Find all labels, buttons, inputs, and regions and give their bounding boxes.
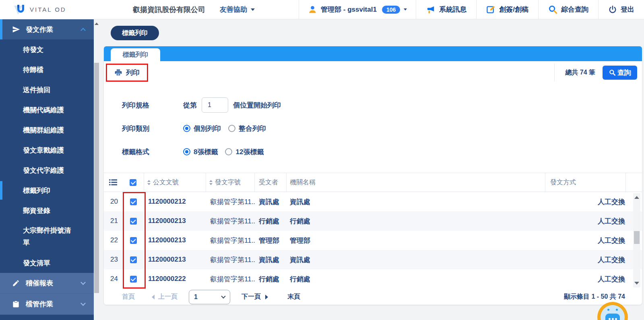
global-search-button[interactable]: 綜合查詢 [538, 0, 598, 19]
sidebar-section-dispatch[interactable]: 發文作業 [0, 19, 94, 39]
table-row: 22 1120000213 叡揚管字第11... 管理部 管理部 人工交換 [104, 231, 642, 250]
sidebar-item-code-word[interactable]: 發文代字維護 [0, 160, 94, 180]
sidebar-item-org-code[interactable]: 機關代碼維護 [0, 100, 94, 120]
chevron-up-icon [80, 28, 86, 33]
print-settings-form: 列印規格 從第 個位置開始列印 列印類別 個別列印 整合列印 [104, 84, 642, 173]
sidebar-item-org-group[interactable]: 機關群組維護 [0, 120, 94, 140]
print-button[interactable]: 列印 [106, 64, 148, 82]
page-number-select[interactable]: 1 [189, 290, 230, 304]
row-checkbox[interactable] [130, 198, 137, 205]
query-button[interactable]: 查詢 [603, 66, 637, 80]
radio-8-labels[interactable]: 8張標籤 [183, 147, 218, 157]
prev-page-button[interactable]: 上一頁 [158, 293, 178, 301]
tab-band: 標籤列印 [104, 46, 642, 61]
logout-button[interactable]: 登出 [598, 0, 644, 19]
row-checkbox[interactable] [130, 256, 137, 263]
row-checkbox[interactable] [130, 276, 137, 283]
sort-icon [147, 180, 151, 185]
sidebar-item-pending-dispatch[interactable]: 待發文 [0, 39, 94, 60]
sidebar-scrollbar[interactable] [94, 19, 99, 320]
table-header: 公文文號 發文字號 受文者 機關名稱 發文方式 [104, 173, 642, 192]
radio-icon [183, 148, 190, 155]
user-icon [308, 5, 317, 14]
prev-arrow-icon [152, 295, 155, 299]
sidebar-item-postage[interactable]: 郵資登錄 [0, 200, 94, 221]
documents-table: 公文文號 發文字號 受文者 機關名稱 發文方式 [104, 173, 642, 289]
column-header-org-name: 機關名稱 [287, 173, 545, 192]
table-row: 24 1120000222 叡揚管字第11... 行銷處 行銷處 人工交換 [104, 269, 642, 289]
total-count: 總共 74 筆 [565, 68, 595, 77]
radio-combined-print[interactable]: 整合列印 [228, 124, 266, 133]
sidebar-item-stamp[interactable]: 發文章戳維護 [0, 140, 94, 160]
tab-label-print[interactable]: 標籤列印 [111, 48, 160, 61]
radio-icon [183, 125, 190, 132]
megaphone-icon [426, 5, 436, 14]
sort-icon [209, 180, 213, 185]
scroll-down-arrow[interactable] [634, 282, 639, 285]
sidebar-section-reports[interactable]: 稽催報表 [0, 273, 94, 294]
display-range-info: 顯示條目 1 - 50 共 74 [564, 293, 625, 301]
label-print-panel: 標籤列印 列印 總共 74 筆 [104, 46, 642, 305]
clipboard-icon [12, 300, 20, 308]
sidebar-section-archive[interactable]: 檔管作業 [0, 294, 94, 315]
sidebar-item-dispatch-list[interactable]: 發文清單 [0, 253, 94, 273]
scrollbar-thumb[interactable] [94, 63, 99, 293]
search-icon [548, 5, 557, 14]
chevron-down-icon [80, 301, 86, 306]
table-row: 20 1120000212 叡揚管字第11... 資訊處 資訊處 人工交換 [104, 192, 642, 211]
select-all-cell [122, 173, 144, 192]
compose-button[interactable]: 創簽/創稿 [476, 0, 538, 19]
table-body: 20 1120000212 叡揚管字第11... 資訊處 資訊處 人工交換 21… [104, 192, 642, 289]
chevron-down-icon [221, 294, 225, 298]
chevron-down-icon [404, 8, 407, 10]
form-row-format: 標籤格式 8張標籤 12張標籤 [122, 140, 642, 163]
help-menu[interactable]: 友善協助 [220, 0, 255, 19]
radio-individual-print[interactable]: 個別列印 [183, 124, 221, 133]
column-header-doc-no[interactable]: 公文文號 [144, 173, 206, 192]
main-content: 標籤列印 標籤列印 列印 總共 74 筆 [99, 19, 644, 320]
system-messages-button[interactable]: 系統訊息 [416, 0, 476, 19]
column-header-receiver: 受文者 [255, 173, 287, 192]
sidebar-item-bulk-mail[interactable]: 大宗郵件掛號清單 [0, 221, 94, 253]
column-header-send-method: 發文方式 [545, 173, 626, 192]
sidebar-item-pending-archive[interactable]: 待歸檔 [0, 60, 94, 80]
compose-icon [486, 5, 495, 14]
pencil-icon [12, 279, 20, 287]
select-all-checkbox[interactable] [130, 179, 136, 186]
toolbar-divider [554, 64, 555, 81]
sidebar-item-recall[interactable]: 送件抽回 [0, 80, 94, 100]
table-row: 23 1120000213 叡揚管字第11... 資訊處 資訊處 人工交換 [104, 250, 642, 269]
table-row: 21 1120000213 叡揚管字第11... 行銷處 行銷處 人工交換 [104, 211, 642, 231]
first-page-button[interactable]: 首頁 [122, 293, 135, 301]
scroll-up-arrow[interactable] [634, 196, 639, 199]
company-name: 叡揚資訊股份有限公司 [133, 0, 205, 19]
robot-icon [601, 305, 625, 320]
form-row-type: 列印類別 個別列印 整合列印 [122, 117, 642, 140]
paper-plane-icon [12, 25, 20, 33]
radio-icon [228, 125, 235, 132]
power-icon [608, 5, 617, 14]
row-checkbox[interactable] [130, 237, 137, 244]
logo-text: VITAL OD [30, 6, 66, 13]
next-arrow-icon [265, 295, 268, 299]
chevron-down-icon [80, 280, 86, 285]
sidebar: 發文作業 待發文 待歸檔 送件抽回 機關代碼維護 機關群組維護 發文章戳維護 發… [0, 19, 94, 320]
column-header-send-no[interactable]: 發文字號 [206, 173, 255, 192]
start-position-input[interactable] [202, 97, 228, 113]
row-checkbox[interactable] [130, 218, 137, 225]
form-row-spec: 列印規格 從第 個位置開始列印 [122, 93, 642, 117]
breadcrumb: 標籤列印 [111, 26, 159, 40]
pagination: 首頁 上一頁 1 下一頁 末頁 顯示條目 1 - 50 共 74 [104, 289, 642, 305]
sidebar-item-label-print[interactable]: 標籤列印 [0, 180, 94, 200]
search-icon [609, 69, 616, 76]
next-page-button[interactable]: 下一頁 [242, 293, 261, 301]
list-settings-icon[interactable] [104, 173, 122, 192]
table-scrollbar[interactable] [633, 193, 640, 287]
radio-12-labels[interactable]: 12張標籤 [225, 147, 264, 157]
notification-badge: 106 [382, 6, 400, 14]
app-logo: VITAL OD [0, 0, 133, 19]
user-menu[interactable]: 管理部 - gssvital1 106 [299, 0, 416, 19]
scrollbar-thumb[interactable] [634, 231, 640, 244]
scroll-up-arrow[interactable] [95, 23, 99, 25]
last-page-button[interactable]: 末頁 [287, 293, 300, 301]
